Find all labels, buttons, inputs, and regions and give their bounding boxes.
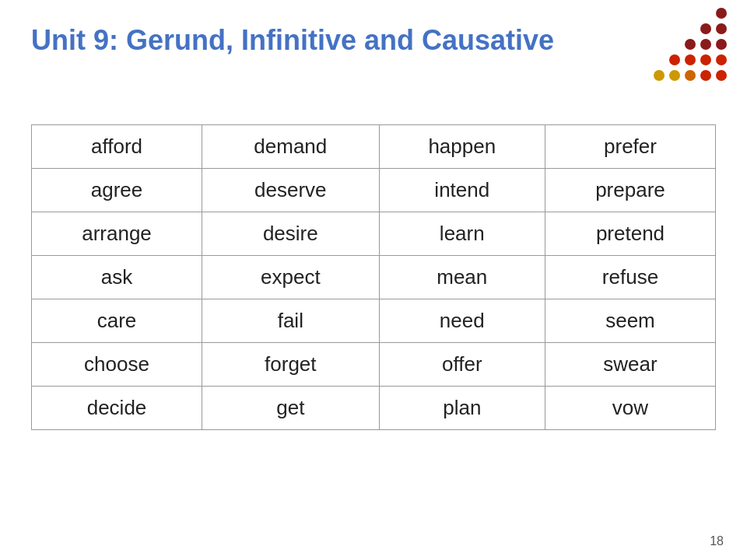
page-container: Unit 9: Gerund, Infinitive and Causative… [0,0,747,560]
table-row: carefailneedseem [32,299,716,343]
decoration-dot [654,8,665,19]
table-cell: prefer [545,125,715,169]
table-cell: choose [32,343,202,387]
dot-grid [654,8,731,82]
table-row: afforddemandhappenprefer [32,125,716,169]
decoration-dot [654,70,665,81]
table-cell: demand [202,125,380,169]
table-row: askexpectmeanrefuse [32,256,716,299]
decoration-dot [700,54,711,65]
table-cell: swear [545,343,715,387]
decoration-dot [654,23,665,34]
vocabulary-table: afforddemandhappenpreferagreedeserveinte… [31,124,716,430]
decoration-dot [669,54,680,65]
table-cell: deserve [202,169,380,212]
table-cell: ask [32,256,202,299]
table-row: agreedeserveintendprepare [32,169,716,212]
decoration-dot [654,39,665,50]
table-cell: fail [202,299,380,343]
table-cell: intend [379,169,545,212]
decoration-dot [685,23,696,34]
table-cell: care [32,299,202,343]
decoration-dot [716,23,727,34]
decoration-dot [700,39,711,50]
decoration-dot [716,39,727,50]
table-cell: mean [379,256,545,299]
decoration-dot [685,39,696,50]
table-cell: pretend [545,212,715,256]
decoration-dot [654,54,665,65]
table-cell: arrange [32,212,202,256]
decoration-dot [716,54,727,65]
table-cell: offer [379,343,545,387]
table-cell: agree [32,169,202,212]
decoration-dot [669,8,680,19]
table-cell: need [379,299,545,343]
decoration-dot [685,70,696,81]
table-cell: desire [202,212,380,256]
decoration-dot [669,39,680,50]
table-row: decidegetplanvow [32,387,716,430]
table-cell: seem [545,299,715,343]
table-cell: forget [202,343,380,387]
decoration-dot [716,70,727,81]
table-cell: get [202,387,380,430]
page-number: 18 [710,534,724,548]
decoration-dot [700,70,711,81]
decoration-dot [700,23,711,34]
table-cell: happen [379,125,545,169]
table-cell: refuse [545,256,715,299]
table-cell: vow [545,387,715,430]
decoration-dot [685,54,696,65]
table-cell: prepare [545,169,715,212]
decoration-dot [669,23,680,34]
table-cell: afford [32,125,202,169]
table-cell: learn [379,212,545,256]
table-container: afforddemandhappenpreferagreedeserveinte… [31,124,716,430]
table-cell: expect [202,256,380,299]
dots-decoration [654,8,731,101]
page-title: Unit 9: Gerund, Infinitive and Causative [31,23,576,57]
decoration-dot [700,8,711,19]
table-row: arrangedesirelearnpretend [32,212,716,256]
decoration-dot [716,8,727,19]
table-cell: decide [32,387,202,430]
table-cell: plan [379,387,545,430]
decoration-dot [685,8,696,19]
decoration-dot [669,70,680,81]
table-row: chooseforgetofferswear [32,343,716,387]
